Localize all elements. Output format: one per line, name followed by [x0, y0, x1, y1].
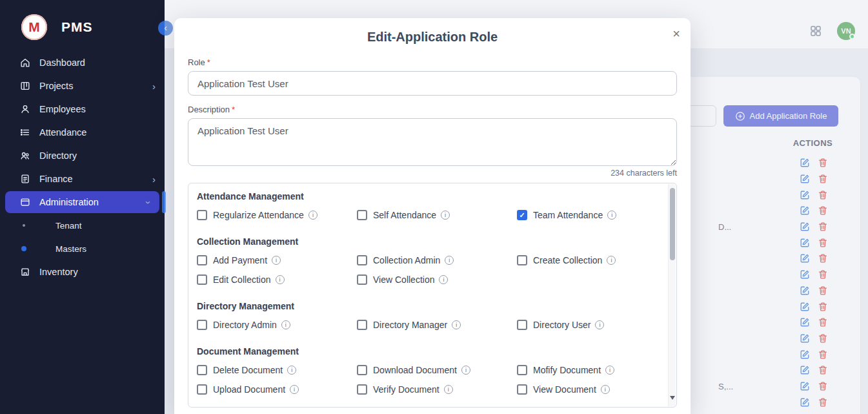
permission-create-collection[interactable]: Create Collectioni: [517, 251, 657, 270]
checkbox[interactable]: [357, 210, 367, 220]
home-icon: [19, 57, 31, 68]
checkbox[interactable]: [197, 274, 207, 285]
permission-team-attendance[interactable]: ✓Team Attendancei: [517, 205, 657, 225]
checkbox[interactable]: [517, 255, 527, 265]
info-icon[interactable]: i: [452, 320, 461, 329]
role-label: Role*: [188, 57, 677, 67]
permission-label: Upload Document: [213, 384, 285, 395]
info-icon[interactable]: i: [444, 385, 453, 394]
permission-directory-manager[interactable]: Directory Manageri: [357, 315, 517, 335]
close-icon[interactable]: ×: [672, 27, 680, 40]
projects-icon: [19, 80, 31, 92]
permission-upload-document[interactable]: Upload Documenti: [197, 380, 357, 399]
sidebar-item-attendance[interactable]: Attendance: [0, 121, 165, 144]
permission-label: Download Document: [373, 365, 457, 375]
people-icon: [19, 150, 31, 161]
sidebar-item-finance[interactable]: Finance›: [0, 167, 165, 191]
permissions-list: Attendance ManagementRegularize Attendan…: [197, 190, 657, 399]
info-icon[interactable]: i: [601, 385, 610, 394]
permission-view-collection[interactable]: View Collectioni: [357, 270, 517, 289]
permission-label: Collection Admin: [373, 255, 440, 265]
scrollbar-thumb[interactable]: [670, 188, 675, 260]
sidebar-item-label: Directory: [39, 150, 77, 161]
sidebar-item-label: Administration: [39, 197, 99, 207]
role-label-text: Role: [188, 57, 205, 67]
checkbox[interactable]: [197, 384, 207, 395]
info-icon[interactable]: i: [461, 366, 470, 375]
sidebar-item-projects[interactable]: Projects›: [0, 74, 165, 98]
sidebar-item-inventory[interactable]: Inventory: [0, 260, 165, 284]
info-icon[interactable]: i: [445, 256, 454, 265]
permission-delete-document[interactable]: Delete Documenti: [197, 360, 357, 380]
permission-grid: Directory AdminiDirectory ManageriDirect…: [197, 315, 657, 335]
permission-label: Self Attendance: [373, 210, 436, 220]
info-icon[interactable]: i: [290, 385, 299, 394]
checkbox[interactable]: [357, 274, 367, 285]
checkbox[interactable]: [517, 320, 527, 330]
permission-mofify-document[interactable]: Mofify Documenti: [517, 360, 657, 380]
permission-collection-admin[interactable]: Collection Admini: [357, 251, 517, 270]
permission-label: Delete Document: [213, 365, 283, 375]
permission-section: Collection ManagementAdd PaymentiCollect…: [197, 235, 657, 289]
info-icon[interactable]: i: [595, 320, 604, 329]
permission-label: Create Collection: [533, 255, 602, 265]
permission-section-title: Directory Management: [197, 300, 657, 313]
checkbox[interactable]: [197, 320, 207, 330]
info-icon[interactable]: i: [308, 211, 318, 220]
checkbox[interactable]: [357, 255, 367, 265]
checkbox[interactable]: [517, 384, 527, 395]
info-icon[interactable]: i: [605, 366, 614, 375]
sidebar-item-label: Dashboard: [39, 57, 85, 68]
description-textarea[interactable]: Application Test User: [188, 118, 677, 166]
info-icon[interactable]: i: [607, 256, 616, 265]
sidebar-item-employees[interactable]: Employees: [0, 98, 165, 121]
person-icon: [19, 103, 31, 115]
sidebar-item-dashboard[interactable]: Dashboard: [0, 51, 165, 74]
checkbox[interactable]: [197, 210, 207, 220]
required-marker: *: [232, 105, 235, 114]
scroll-down-icon[interactable]: [669, 396, 676, 404]
permission-add-payment[interactable]: Add Paymenti: [197, 251, 357, 270]
permission-edit-collection[interactable]: Edit Collectioni: [197, 270, 357, 289]
permission-directory-admin[interactable]: Directory Admini: [197, 315, 357, 335]
checkbox[interactable]: [517, 365, 527, 375]
info-icon[interactable]: i: [281, 320, 290, 329]
info-icon[interactable]: i: [287, 366, 296, 375]
sidebar-item-directory[interactable]: Directory: [0, 144, 165, 167]
sidebar-item-administration[interactable]: Administration›: [5, 191, 159, 213]
permission-verify-document[interactable]: Verify Documenti: [357, 380, 517, 399]
sidebar-item-label: Tenant: [56, 221, 82, 231]
sidebar-item-tenant[interactable]: Tenant: [0, 214, 165, 237]
permission-regularize-attendance[interactable]: Regularize Attendancei: [197, 205, 357, 225]
sidebar-item-label: Attendance: [39, 127, 86, 138]
permission-view-document[interactable]: View Documenti: [517, 380, 657, 399]
permission-label: Verify Document: [373, 384, 439, 395]
sidebar-item-label: Inventory: [39, 267, 78, 277]
role-input[interactable]: [188, 71, 677, 96]
info-icon[interactable]: i: [441, 211, 450, 220]
brand-name: PMS: [61, 19, 93, 35]
sidebar-item-masters[interactable]: Masters: [0, 237, 165, 260]
permission-label: Team Attendance: [533, 210, 603, 220]
permission-section-title: Attendance Management: [197, 190, 657, 203]
permission-label: Edit Collection: [213, 274, 271, 285]
info-icon[interactable]: i: [439, 275, 448, 284]
checkbox[interactable]: [197, 255, 207, 265]
permission-section-title: Document Management: [197, 345, 657, 358]
info-icon[interactable]: i: [272, 256, 281, 265]
brand: M PMS: [0, 0, 165, 40]
info-icon[interactable]: i: [276, 275, 285, 284]
permission-grid: Add PaymentiCollection AdminiCreate Coll…: [197, 251, 657, 289]
scrollbar-track[interactable]: [668, 184, 676, 406]
permission-download-document[interactable]: Download Documenti: [357, 360, 517, 380]
checkbox[interactable]: [197, 365, 207, 375]
info-icon[interactable]: i: [607, 211, 616, 220]
permission-self-attendance[interactable]: Self Attendancei: [357, 205, 517, 225]
checkbox[interactable]: ✓: [517, 210, 527, 220]
checkbox[interactable]: [357, 320, 367, 330]
checkbox[interactable]: [357, 384, 367, 395]
permission-directory-user[interactable]: Directory Useri: [517, 315, 657, 335]
sidebar-item-label: Employees: [39, 104, 86, 114]
checkbox[interactable]: [357, 365, 367, 375]
store-icon: [19, 266, 31, 278]
